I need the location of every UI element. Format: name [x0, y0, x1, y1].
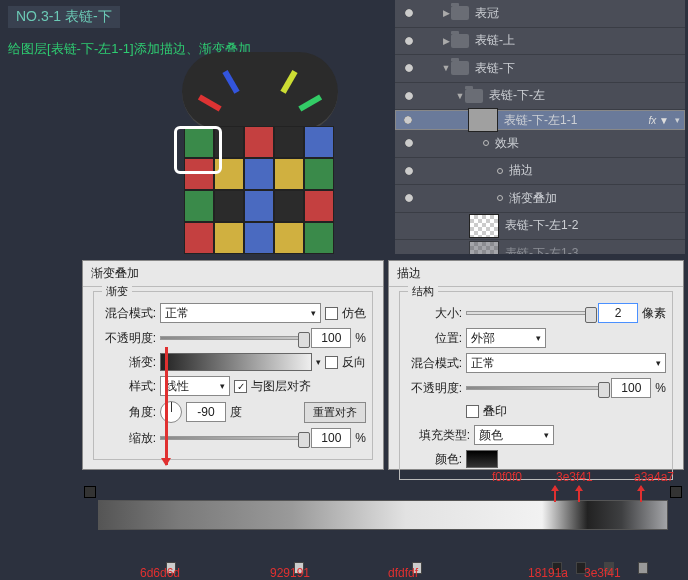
layer-row[interactable]: 渐变叠加: [395, 185, 685, 213]
layer-row[interactable]: 效果: [395, 130, 685, 158]
color-swatch[interactable]: [466, 450, 498, 468]
layer-name: 渐变叠加: [509, 190, 557, 207]
effect-bullet: [483, 140, 489, 146]
stop-hex: f0f0f0: [492, 470, 522, 484]
opacity-stop[interactable]: [84, 486, 96, 498]
opacity-slider[interactable]: [466, 386, 607, 390]
style-select[interactable]: 线性: [160, 376, 230, 396]
angle-input[interactable]: -90: [186, 402, 226, 422]
layer-row[interactable]: 表链-下-左1-3: [395, 240, 685, 254]
annotation-arrow: [554, 486, 556, 502]
dither-checkbox[interactable]: [325, 307, 338, 320]
overprint-label: 叠印: [483, 403, 507, 420]
folder-icon: [451, 34, 469, 48]
disclosure-triangle[interactable]: ▼: [455, 91, 465, 101]
watch-preview: [162, 56, 350, 254]
annotation-arrow: [640, 486, 642, 502]
layer-row[interactable]: 描边: [395, 158, 685, 186]
fill-type-label: 填充类型:: [406, 427, 470, 444]
layer-name: 表链-下-左1-3: [505, 245, 578, 254]
layer-thumbnail: [469, 241, 499, 254]
reset-align-button[interactable]: 重置对齐: [304, 402, 366, 423]
effect-bullet: [497, 195, 503, 201]
unit: 像素: [642, 305, 666, 322]
stop-hex: 18191a: [528, 566, 568, 580]
stop-hex: dfdfdf: [388, 566, 418, 580]
angle-dial[interactable]: [160, 401, 182, 423]
angle-label: 角度:: [100, 404, 156, 421]
size-slider[interactable]: [466, 311, 594, 315]
size-label: 大小:: [406, 305, 462, 322]
dither-label: 仿色: [342, 305, 366, 322]
overprint-checkbox[interactable]: [466, 405, 479, 418]
opacity-input[interactable]: 100: [311, 328, 351, 348]
opacity-slider[interactable]: [160, 336, 307, 340]
position-select[interactable]: 外部: [466, 328, 546, 348]
folder-icon: [451, 61, 469, 75]
layer-thumbnail: [468, 108, 498, 132]
annotation-arrow: [578, 486, 580, 502]
unit: %: [655, 381, 666, 395]
layer-name: 表链-下-左: [489, 87, 545, 104]
fill-type-select[interactable]: 颜色: [474, 425, 554, 445]
align-checkbox[interactable]: ✓: [234, 380, 247, 393]
visibility-toggle[interactable]: [400, 112, 416, 128]
stop-hex: 3e3f41: [584, 566, 621, 580]
disclosure-triangle[interactable]: ▼: [441, 63, 451, 73]
opacity-label: 不透明度:: [100, 330, 156, 347]
unit: %: [355, 431, 366, 445]
layer-row[interactable]: ▶表冠: [395, 0, 685, 28]
visibility-toggle[interactable]: [401, 190, 417, 206]
color-stop[interactable]: [638, 562, 648, 574]
opacity-stop[interactable]: [670, 486, 682, 498]
section-tag: NO.3-1 表链-下: [8, 6, 120, 28]
layer-name: 描边: [509, 162, 533, 179]
visibility-toggle[interactable]: [401, 135, 417, 151]
unit: 度: [230, 404, 242, 421]
layer-row[interactable]: ▼表链-下-左: [395, 83, 685, 111]
scale-label: 缩放:: [100, 430, 156, 447]
visibility-toggle[interactable]: [401, 245, 417, 254]
visibility-toggle[interactable]: [401, 60, 417, 76]
effect-bullet: [497, 168, 503, 174]
visibility-toggle[interactable]: [401, 33, 417, 49]
disclosure-triangle[interactable]: ▶: [441, 8, 451, 18]
opacity-input[interactable]: 100: [611, 378, 651, 398]
gradient-overlay-dialog: 渐变叠加 渐变 混合模式: 正常 仿色 不透明度: 100 % 渐变: ▾ 反向…: [82, 260, 384, 470]
reverse-checkbox[interactable]: [325, 356, 338, 369]
layer-row[interactable]: 表链-下-左1-1fx ▼: [395, 110, 685, 130]
blend-mode-select[interactable]: 正常: [160, 303, 321, 323]
layer-name: 表链-下-左1-1: [504, 112, 577, 129]
layer-row[interactable]: 表链-下-左1-2: [395, 213, 685, 241]
scale-input[interactable]: 100: [311, 428, 351, 448]
size-input[interactable]: 2: [598, 303, 638, 323]
visibility-toggle[interactable]: [401, 218, 417, 234]
layer-name: 效果: [495, 135, 519, 152]
gradient-picker[interactable]: [160, 353, 312, 371]
visibility-toggle[interactable]: [401, 163, 417, 179]
visibility-toggle[interactable]: [401, 88, 417, 104]
stroke-dialog: 描边 结构 大小: 2 像素 位置: 外部 混合模式: 正常 不透明度: 100…: [388, 260, 684, 470]
visibility-toggle[interactable]: [401, 5, 417, 21]
blend-mode-select[interactable]: 正常: [466, 353, 666, 373]
color-label: 颜色:: [406, 451, 462, 468]
unit: %: [355, 331, 366, 345]
selected-link-highlight: [174, 126, 222, 174]
position-label: 位置:: [406, 330, 462, 347]
layer-thumbnail: [469, 214, 499, 238]
scale-slider[interactable]: [160, 436, 307, 440]
fx-badge[interactable]: fx ▼: [649, 115, 669, 126]
layers-panel[interactable]: ▶表冠▶表链-上▼表链-下▼表链-下-左表链-下-左1-1fx ▼效果描边渐变叠…: [395, 0, 685, 254]
layer-name: 表链-上: [475, 32, 515, 49]
folder-icon: [465, 89, 483, 103]
layer-row[interactable]: ▶表链-上: [395, 28, 685, 56]
layer-name: 表冠: [475, 5, 499, 22]
disclosure-triangle[interactable]: ▶: [441, 36, 451, 46]
gradient-preview[interactable]: [98, 500, 668, 530]
blend-mode-label: 混合模式:: [100, 305, 156, 322]
opacity-label: 不透明度:: [406, 380, 462, 397]
layer-row[interactable]: ▼表链-下: [395, 55, 685, 83]
group-label: 结构: [408, 284, 438, 299]
layer-name: 表链-下-左1-2: [505, 217, 578, 234]
layer-name: 表链-下: [475, 60, 515, 77]
